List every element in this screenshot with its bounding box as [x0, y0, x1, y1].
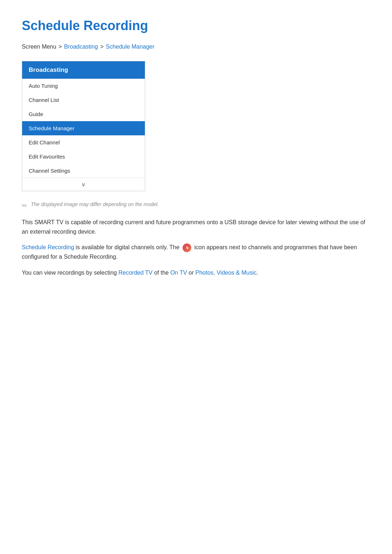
- on-tv-link[interactable]: On TV: [170, 270, 187, 276]
- recorded-tv-link[interactable]: Recorded TV: [118, 270, 152, 276]
- description3-or: or: [189, 270, 194, 276]
- schedule-recording-icon: [183, 243, 191, 252]
- breadcrumb-link-broadcasting[interactable]: Broadcasting: [64, 44, 98, 50]
- breadcrumb-root: Screen Menu: [22, 44, 56, 50]
- menu-item-edit-channel[interactable]: Edit Channel: [22, 135, 145, 149]
- menu-box: Broadcasting Auto Tuning Channel List Gu…: [22, 61, 145, 191]
- menu-item-channel-settings[interactable]: Channel Settings: [22, 164, 145, 178]
- pencil-icon: ✏: [22, 202, 27, 210]
- description-paragraph-3: You can view recordings by selecting Rec…: [22, 268, 370, 278]
- menu-item-guide[interactable]: Guide: [22, 107, 145, 121]
- schedule-recording-link[interactable]: Schedule Recording: [22, 244, 74, 250]
- description-paragraph-1: This SMART TV is capable of recording cu…: [22, 218, 370, 236]
- breadcrumb-link-schedule-manager[interactable]: Schedule Manager: [106, 44, 154, 50]
- photos-videos-music-link[interactable]: Photos, Videos & Music: [195, 270, 257, 276]
- breadcrumb-separator-2: >: [100, 44, 103, 50]
- description2-text: is available for digital channels only. …: [76, 244, 180, 250]
- chevron-down-icon[interactable]: ∨: [81, 181, 86, 188]
- breadcrumb-separator-1: >: [58, 44, 62, 50]
- menu-item-auto-tuning[interactable]: Auto Tuning: [22, 79, 145, 93]
- menu-footer: ∨: [22, 178, 145, 191]
- menu-item-schedule-manager[interactable]: Schedule Manager: [22, 121, 145, 135]
- menu-item-edit-favourites[interactable]: Edit Favourites: [22, 149, 145, 164]
- menu-header: Broadcasting: [22, 61, 145, 79]
- page-title: Schedule Recording: [22, 18, 370, 33]
- menu-item-channel-list[interactable]: Channel List: [22, 93, 145, 107]
- description3-middle: of the: [154, 270, 169, 276]
- breadcrumb: Screen Menu > Broadcasting > Schedule Ma…: [22, 44, 370, 50]
- note-section: ✏ The displayed image may differ dependi…: [22, 201, 370, 210]
- description-paragraph-2: Schedule Recording is available for digi…: [22, 243, 370, 261]
- note-text: The displayed image may differ depending…: [31, 201, 159, 207]
- description3-end: .: [257, 270, 258, 276]
- description3-before: You can view recordings by selecting: [22, 270, 117, 276]
